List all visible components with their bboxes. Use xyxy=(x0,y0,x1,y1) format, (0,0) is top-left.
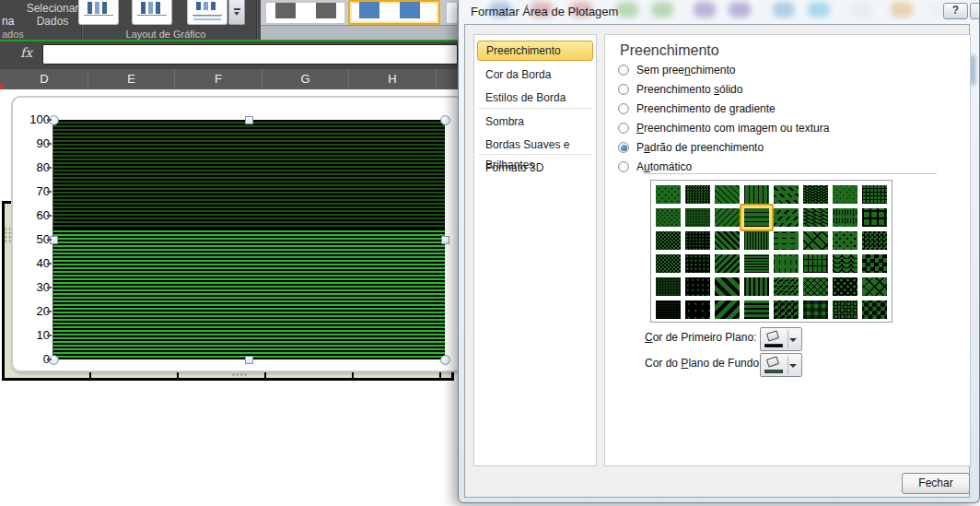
radio-button[interactable] xyxy=(618,103,629,114)
pattern-swatch-plaid[interactable] xyxy=(803,300,828,319)
formula-input[interactable] xyxy=(42,44,458,65)
plot-area[interactable] xyxy=(52,120,445,359)
pattern-swatch-outlined-diamond[interactable] xyxy=(862,277,887,296)
pattern-swatch-pct90[interactable] xyxy=(685,300,710,319)
selection-handle-corner[interactable] xyxy=(440,115,450,125)
pattern-swatch-dark-horizontal[interactable] xyxy=(744,300,769,319)
chart-style-thumbnail[interactable] xyxy=(348,0,440,25)
pattern-swatch-wide-up-diagonal[interactable] xyxy=(715,300,740,319)
pattern-swatch-dashed-vertical[interactable] xyxy=(774,254,799,273)
pattern-swatch-dashed-down-diagonal[interactable] xyxy=(774,185,799,204)
gallery-more-button[interactable] xyxy=(228,0,245,25)
chart-area[interactable]: 1009080706050403020100 xyxy=(11,96,464,372)
foreground-color-label: Cor de Primeiro Plano: xyxy=(645,331,756,344)
pattern-swatch-dashed-up-diagonal[interactable] xyxy=(774,208,799,227)
pattern-swatch-diagonal-brick[interactable] xyxy=(803,231,828,250)
column-header[interactable]: E xyxy=(88,69,175,89)
dialog-nav-item[interactable]: Preenchimento xyxy=(477,41,593,61)
pattern-swatch-solid-diamond[interactable] xyxy=(862,300,887,319)
foreground-color-dropdown[interactable] xyxy=(760,327,802,351)
chevron-down-icon xyxy=(234,12,239,16)
pattern-swatch-dark-vertical[interactable] xyxy=(744,277,769,296)
column-header[interactable]: H xyxy=(349,69,437,89)
pattern-swatch-horizontal-brick[interactable] xyxy=(803,254,828,273)
column-header[interactable]: G xyxy=(262,69,349,89)
pattern-swatch-divot[interactable] xyxy=(833,185,858,204)
pattern-swatch-shingle[interactable] xyxy=(833,254,858,273)
pattern-swatch-light-vertical[interactable] xyxy=(744,185,769,204)
radio-button[interactable] xyxy=(618,142,629,153)
pattern-swatch-pct70[interactable] xyxy=(685,231,710,250)
dialog-titlebar[interactable]: Formatar Área de Plotagem ? × xyxy=(459,0,979,24)
pattern-swatch-light-up-diagonal[interactable] xyxy=(715,208,740,227)
pattern-swatch-narrow-vertical[interactable] xyxy=(744,231,769,250)
background-color-dropdown[interactable] xyxy=(760,353,802,377)
pattern-swatch-zigzag[interactable] xyxy=(803,185,828,204)
pattern-swatch-large-grid[interactable] xyxy=(862,208,887,227)
pattern-swatch-wave[interactable] xyxy=(803,208,828,227)
pattern-swatch-large-confetti[interactable] xyxy=(774,300,799,319)
option-label-text: Preenchimento de xyxy=(636,102,729,115)
pattern-swatch-pct25[interactable] xyxy=(656,254,681,273)
dialog-nav-item[interactable]: Estilos de Borda xyxy=(477,88,593,108)
pattern-swatch-pct10[interactable] xyxy=(656,208,681,227)
pattern-swatch-dark-up-diagonal[interactable] xyxy=(715,254,740,273)
column-header[interactable]: D xyxy=(1,69,88,89)
radio-button[interactable] xyxy=(618,161,629,172)
pattern-swatch-pct30[interactable] xyxy=(656,277,681,296)
option-label-text: A xyxy=(636,160,644,173)
option-label-text: radiente xyxy=(735,102,775,115)
pattern-swatch-pct20[interactable] xyxy=(656,231,681,250)
pattern-swatch-light-down-diagonal[interactable] xyxy=(715,185,740,204)
radio-button[interactable] xyxy=(618,65,629,76)
option-label-text: reenchimento com imagem ou textura xyxy=(644,122,829,135)
dialog-nav-item[interactable]: Sombra xyxy=(477,112,593,132)
pattern-swatch-pct5[interactable] xyxy=(656,185,681,204)
select-data-button[interactable]: Selecionar Dados xyxy=(22,2,83,29)
selection-handle-edge[interactable] xyxy=(441,236,449,244)
pattern-swatch-wide-down-diagonal[interactable] xyxy=(715,277,740,296)
column-header-label: E xyxy=(88,69,174,89)
pattern-swatch-narrow-horizontal[interactable] xyxy=(744,254,769,273)
radio-button[interactable] xyxy=(618,84,629,95)
pattern-swatch-pct50[interactable] xyxy=(685,185,710,204)
pattern-swatch-dashed-horizontal[interactable] xyxy=(774,231,799,250)
pattern-swatch-dotted-grid[interactable] xyxy=(833,208,858,227)
option-label-text: tomático xyxy=(650,160,692,173)
pattern-swatch-large-checkerboard[interactable] xyxy=(862,254,887,273)
chart-layout-thumbnail[interactable] xyxy=(187,0,228,25)
dialog-nav-item[interactable]: Bordas Suaves e Brilhantes xyxy=(477,135,593,155)
pattern-swatch-dark-down-diagonal[interactable] xyxy=(715,231,740,250)
pattern-swatch-pct80[interactable] xyxy=(685,277,710,296)
pattern-swatch-pct60[interactable] xyxy=(685,208,710,227)
dialog-nav-item[interactable]: Cor da Borda xyxy=(477,65,593,85)
glass-reflection xyxy=(616,2,638,18)
pattern-swatch-weave[interactable] xyxy=(803,277,828,296)
selection-handle-corner[interactable] xyxy=(440,355,450,365)
pattern-swatch-dotted-diamond[interactable] xyxy=(833,231,858,250)
pattern-swatch-pct75[interactable] xyxy=(685,254,710,273)
chart-layout-thumbnail[interactable] xyxy=(132,0,172,25)
pattern-swatch-pct40[interactable] xyxy=(656,300,681,319)
help-button[interactable]: ? xyxy=(943,3,968,19)
dialog-nav-item[interactable]: Formato 3D xyxy=(477,158,593,178)
selection-handle-edge[interactable] xyxy=(245,116,253,124)
close-button[interactable]: × xyxy=(970,3,979,19)
panel-title: Preenchimento xyxy=(620,42,719,59)
option-label-text: u xyxy=(644,160,650,173)
chart-style-thumbnail[interactable] xyxy=(446,2,458,24)
selection-handle-edge[interactable] xyxy=(245,356,253,364)
fechar-button[interactable]: Fechar xyxy=(902,473,970,494)
pattern-swatch-light-horizontal[interactable] xyxy=(744,208,769,227)
chart-layout-thumbnail[interactable] xyxy=(78,0,119,25)
pattern-swatch-trellis[interactable] xyxy=(833,277,858,296)
pattern-swatch-small-checkerboard[interactable] xyxy=(862,231,887,250)
column-header[interactable]: F xyxy=(175,69,262,89)
pattern-swatch-small-confetti[interactable] xyxy=(774,277,799,296)
chart-style-thumbnail[interactable] xyxy=(265,2,345,24)
insert-function-button[interactable]: fx xyxy=(20,45,32,60)
radio-button[interactable] xyxy=(618,123,629,134)
pattern-swatch-small-grid[interactable] xyxy=(862,185,887,204)
pattern-swatch-sphere[interactable] xyxy=(833,300,858,319)
column-header-label: H xyxy=(349,69,436,89)
